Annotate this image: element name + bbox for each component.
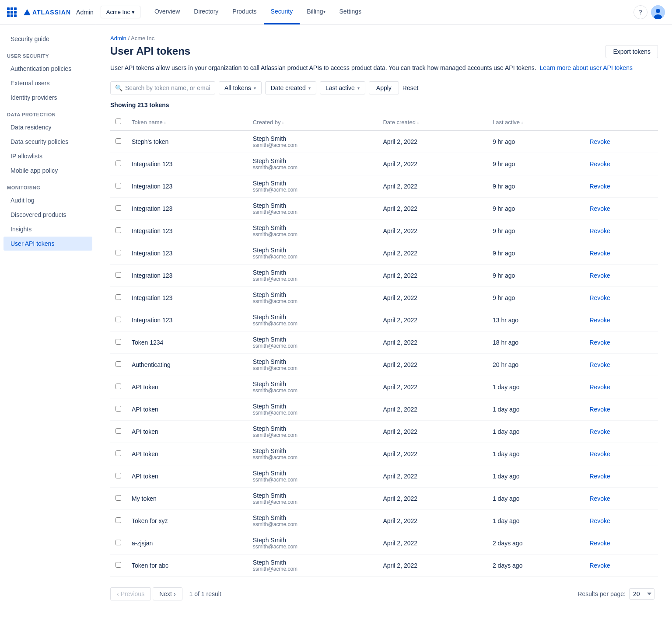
- row-checkbox[interactable]: [116, 473, 121, 478]
- row-checkbox[interactable]: [116, 562, 121, 568]
- date-created-filter[interactable]: Date created: [265, 81, 316, 94]
- nav-billing[interactable]: Billing: [300, 0, 332, 24]
- avatar[interactable]: [651, 5, 665, 19]
- sidebar-item-external-users[interactable]: External users: [4, 76, 92, 90]
- row-checkbox[interactable]: [116, 517, 121, 523]
- col-last-active[interactable]: Last active: [487, 114, 584, 131]
- breadcrumb-admin[interactable]: Admin: [110, 35, 126, 42]
- revoke-cell[interactable]: Revoke: [584, 242, 658, 265]
- revoke-button[interactable]: Revoke: [589, 428, 610, 435]
- sidebar-item-audit-log[interactable]: Audit log: [4, 193, 92, 207]
- col-token-name[interactable]: Token name: [126, 114, 248, 131]
- row-checkbox[interactable]: [116, 160, 121, 166]
- revoke-cell[interactable]: Revoke: [584, 532, 658, 555]
- row-checkbox[interactable]: [116, 540, 121, 545]
- revoke-cell[interactable]: Revoke: [584, 488, 658, 510]
- revoke-button[interactable]: Revoke: [589, 272, 610, 279]
- revoke-cell[interactable]: Revoke: [584, 443, 658, 465]
- row-checkbox[interactable]: [116, 406, 121, 412]
- revoke-cell[interactable]: Revoke: [584, 287, 658, 309]
- revoke-button[interactable]: Revoke: [589, 317, 610, 324]
- select-all-checkbox[interactable]: [116, 119, 121, 124]
- row-checkbox[interactable]: [116, 339, 121, 345]
- revoke-button[interactable]: Revoke: [589, 473, 610, 480]
- revoke-button[interactable]: Revoke: [589, 183, 610, 190]
- nav-settings[interactable]: Settings: [332, 0, 369, 24]
- revoke-cell[interactable]: Revoke: [584, 421, 658, 443]
- revoke-button[interactable]: Revoke: [589, 361, 610, 368]
- row-checkbox-cell[interactable]: [110, 242, 126, 265]
- revoke-cell[interactable]: Revoke: [584, 510, 658, 532]
- revoke-button[interactable]: Revoke: [589, 384, 610, 391]
- row-checkbox-cell[interactable]: [110, 153, 126, 175]
- sidebar-item-data-security-policies[interactable]: Data security policies: [4, 135, 92, 149]
- row-checkbox-cell[interactable]: [110, 398, 126, 421]
- revoke-cell[interactable]: Revoke: [584, 265, 658, 287]
- revoke-button[interactable]: Revoke: [589, 562, 610, 569]
- revoke-button[interactable]: Revoke: [589, 339, 610, 346]
- row-checkbox-cell[interactable]: [110, 331, 126, 354]
- select-all-header[interactable]: [110, 114, 126, 131]
- row-checkbox-cell[interactable]: [110, 354, 126, 376]
- row-checkbox-cell[interactable]: [110, 488, 126, 510]
- nav-security[interactable]: Security: [264, 0, 300, 24]
- previous-button[interactable]: ‹ Previous: [110, 587, 151, 600]
- row-checkbox-cell[interactable]: [110, 220, 126, 242]
- reset-button[interactable]: Reset: [402, 82, 419, 94]
- row-checkbox-cell[interactable]: [110, 130, 126, 153]
- row-checkbox[interactable]: [116, 450, 121, 456]
- row-checkbox-cell[interactable]: [110, 465, 126, 488]
- row-checkbox[interactable]: [116, 272, 121, 278]
- revoke-button[interactable]: Revoke: [589, 495, 610, 502]
- sidebar-item-identity-providers[interactable]: Identity providers: [4, 91, 92, 105]
- row-checkbox-cell[interactable]: [110, 510, 126, 532]
- sidebar-item-mobile-app-policy[interactable]: Mobile app policy: [4, 164, 92, 178]
- sidebar-item-authentication-policies[interactable]: Authentication policies: [4, 62, 92, 76]
- row-checkbox-cell[interactable]: [110, 175, 126, 198]
- sidebar-item-discovered-products[interactable]: Discovered products: [4, 208, 92, 222]
- col-date-created[interactable]: Date created: [378, 114, 487, 131]
- col-created-by[interactable]: Created by: [248, 114, 378, 131]
- revoke-button[interactable]: Revoke: [589, 540, 610, 547]
- row-checkbox[interactable]: [116, 138, 121, 144]
- row-checkbox-cell[interactable]: [110, 265, 126, 287]
- next-button[interactable]: Next ›: [153, 587, 182, 600]
- revoke-cell[interactable]: Revoke: [584, 175, 658, 198]
- row-checkbox[interactable]: [116, 183, 121, 188]
- sidebar-item-insights[interactable]: Insights: [4, 222, 92, 236]
- row-checkbox-cell[interactable]: [110, 309, 126, 331]
- sidebar-item-ip-allowlists[interactable]: IP allowlists: [4, 149, 92, 163]
- row-checkbox[interactable]: [116, 428, 121, 434]
- revoke-button[interactable]: Revoke: [589, 138, 610, 145]
- last-active-filter[interactable]: Last active: [320, 81, 365, 94]
- all-tokens-filter[interactable]: All tokens: [219, 81, 262, 94]
- revoke-button[interactable]: Revoke: [589, 517, 610, 524]
- row-checkbox[interactable]: [116, 250, 121, 255]
- row-checkbox[interactable]: [116, 317, 121, 322]
- sidebar-item-user-api-tokens[interactable]: User API tokens: [4, 237, 92, 251]
- row-checkbox-cell[interactable]: [110, 287, 126, 309]
- revoke-button[interactable]: Revoke: [589, 450, 610, 457]
- revoke-button[interactable]: Revoke: [589, 160, 610, 167]
- sidebar-item-data-residency[interactable]: Data residency: [4, 120, 92, 134]
- apps-grid-icon[interactable]: [7, 7, 17, 17]
- revoke-cell[interactable]: Revoke: [584, 398, 658, 421]
- export-tokens-button[interactable]: Export tokens: [606, 45, 658, 58]
- row-checkbox-cell[interactable]: [110, 532, 126, 555]
- revoke-cell[interactable]: Revoke: [584, 220, 658, 242]
- row-checkbox-cell[interactable]: [110, 421, 126, 443]
- help-button[interactable]: ?: [634, 5, 648, 19]
- search-input[interactable]: [125, 84, 210, 91]
- revoke-button[interactable]: Revoke: [589, 227, 610, 234]
- row-checkbox[interactable]: [116, 294, 121, 300]
- sidebar-item-security-guide[interactable]: Security guide: [4, 32, 92, 46]
- revoke-cell[interactable]: Revoke: [584, 331, 658, 354]
- nav-products[interactable]: Products: [225, 0, 263, 24]
- row-checkbox-cell[interactable]: [110, 376, 126, 398]
- revoke-button[interactable]: Revoke: [589, 250, 610, 257]
- row-checkbox-cell[interactable]: [110, 443, 126, 465]
- org-selector[interactable]: Acme Inc ▾: [101, 6, 140, 18]
- apply-button[interactable]: Apply: [369, 81, 399, 94]
- revoke-button[interactable]: Revoke: [589, 294, 610, 301]
- row-checkbox-cell[interactable]: [110, 555, 126, 577]
